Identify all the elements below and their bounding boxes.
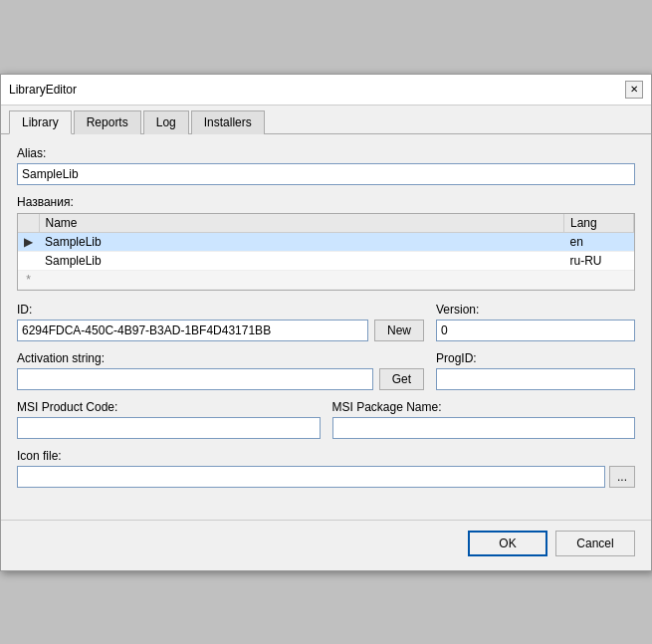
progid-input[interactable] — [436, 368, 635, 390]
new-table-row[interactable]: * — [18, 270, 634, 289]
msi-product-code-input[interactable] — [17, 417, 321, 439]
msi-package-name-input[interactable] — [332, 417, 636, 439]
activation-block: Activation string: Get — [17, 351, 424, 390]
row-lang: ru-RU — [564, 251, 634, 270]
library-editor-dialog: LibraryEditor ✕ Library Reports Log Inst… — [0, 74, 652, 571]
close-button[interactable]: ✕ — [625, 81, 643, 99]
icon-file-label: Icon file: — [17, 449, 635, 463]
alias-label: Alias: — [17, 146, 635, 160]
col-name-header: Name — [39, 214, 564, 233]
names-table: Name Lang ▶ SampleLib en SampleLib — [18, 214, 634, 290]
new-row-name[interactable] — [39, 270, 564, 289]
names-table-container: Name Lang ▶ SampleLib en SampleLib — [17, 213, 635, 291]
row-indicator: ▶ — [18, 232, 39, 251]
progid-label: ProgID: — [436, 351, 635, 365]
icon-file-row: ... — [17, 466, 635, 488]
icon-file-group: Icon file: ... — [17, 449, 635, 488]
table-row[interactable]: ▶ SampleLib en — [18, 232, 634, 251]
row-lang: en — [564, 232, 634, 251]
new-row-indicator: * — [18, 270, 39, 289]
row-indicator — [18, 251, 39, 270]
col-lang-header: Lang — [564, 214, 634, 233]
icon-file-browse-button[interactable]: ... — [609, 466, 635, 488]
new-button[interactable]: New — [374, 320, 424, 341]
alias-input[interactable] — [17, 163, 635, 185]
dialog-title: LibraryEditor — [9, 83, 77, 97]
version-input[interactable] — [436, 320, 635, 341]
version-field-group: Version: — [436, 303, 635, 341]
tab-reports[interactable]: Reports — [74, 110, 141, 134]
progid-field-group: ProgID: — [436, 351, 635, 390]
version-label: Version: — [436, 303, 635, 317]
new-row-lang — [564, 270, 634, 289]
names-section: Названия: Name Lang ▶ SampleLib — [17, 195, 635, 291]
id-field-group: ID: — [17, 303, 368, 341]
tab-log[interactable]: Log — [143, 110, 189, 134]
msi-product-code-label: MSI Product Code: — [17, 400, 321, 414]
cancel-button[interactable]: Cancel — [555, 531, 635, 556]
msi-package-name-label: MSI Package Name: — [332, 400, 636, 414]
id-block: ID: New — [17, 303, 424, 341]
tab-installers[interactable]: Installers — [191, 110, 265, 134]
title-bar: LibraryEditor ✕ — [1, 75, 651, 106]
ok-button[interactable]: OK — [468, 531, 547, 556]
row-name[interactable]: SampleLib — [39, 251, 564, 270]
tab-bar: Library Reports Log Installers — [1, 106, 651, 134]
id-version-row: ID: New Version: — [17, 303, 635, 341]
msi-product-code-group: MSI Product Code: — [17, 400, 321, 439]
col-indicator-header — [18, 214, 39, 233]
id-label: ID: — [17, 303, 368, 317]
alias-group: Alias: — [17, 146, 635, 185]
icon-file-input[interactable] — [17, 466, 605, 488]
activation-input[interactable] — [17, 368, 373, 390]
table-row[interactable]: SampleLib ru-RU — [18, 251, 634, 270]
names-label: Названия: — [17, 195, 635, 209]
get-button[interactable]: Get — [379, 368, 424, 390]
row-name[interactable]: SampleLib — [39, 232, 564, 251]
tab-content: Alias: Названия: Name Lang — [1, 134, 651, 510]
msi-package-name-group: MSI Package Name: — [332, 400, 636, 439]
bottom-buttons: OK Cancel — [1, 520, 651, 570]
activation-progid-row: Activation string: Get ProgID: — [17, 351, 635, 390]
id-input[interactable] — [17, 320, 368, 341]
tab-library[interactable]: Library — [9, 110, 72, 134]
activation-field-group: Activation string: — [17, 351, 373, 390]
activation-label: Activation string: — [17, 351, 373, 365]
msi-row: MSI Product Code: MSI Package Name: — [17, 400, 635, 439]
